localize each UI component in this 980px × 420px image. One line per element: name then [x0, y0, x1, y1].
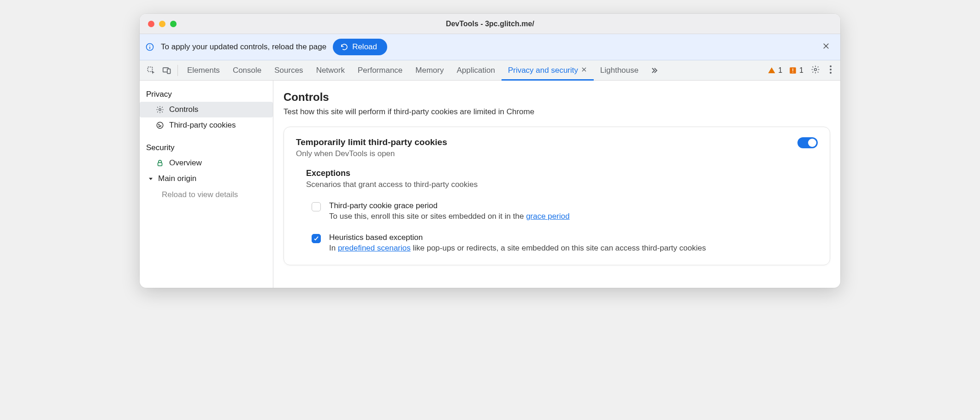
card-title: Temporarily limit third-party cookies	[296, 137, 788, 147]
sidebar-item-controls[interactable]: Controls	[140, 102, 273, 117]
grace-period-link[interactable]: grace period	[526, 212, 570, 221]
sidebar-item-overview[interactable]: Overview	[140, 155, 273, 171]
tab-network[interactable]: Network	[310, 60, 351, 81]
sidebar-reload-detail: Reload to view details	[140, 187, 273, 203]
exceptions-section: Exceptions Scenarios that grant access t…	[296, 158, 818, 253]
exception-title: Heuristics based exception	[329, 233, 706, 242]
sidebar-item-third-party-cookies[interactable]: Third-party cookies	[140, 117, 273, 133]
page-title: Controls	[283, 91, 830, 104]
reload-banner: To apply your updated controls, reload t…	[140, 34, 840, 60]
page-subtitle: Test how this site will perform if third…	[283, 107, 830, 117]
reload-icon	[340, 43, 348, 51]
more-options-button[interactable]	[825, 65, 837, 76]
sidebar-item-label: Third-party cookies	[169, 121, 236, 130]
warning-count: 1	[778, 66, 782, 75]
panel-body: Privacy Controls Third-party cookies Sec…	[140, 81, 840, 288]
banner-close-button[interactable]	[819, 39, 833, 55]
grace-period-checkbox[interactable]	[312, 202, 321, 211]
svg-point-19	[159, 124, 159, 125]
info-icon	[145, 42, 154, 52]
reload-button[interactable]: Reload	[333, 39, 387, 55]
exception-row-grace-period: Third-party cookie grace period To use t…	[306, 198, 818, 229]
tab-close-button[interactable]	[581, 66, 587, 75]
inspect-element-icon[interactable]	[143, 60, 159, 81]
predefined-scenarios-link[interactable]: predefined scenarios	[338, 244, 411, 252]
gear-icon	[155, 105, 165, 114]
svg-point-20	[160, 126, 161, 127]
settings-button[interactable]	[806, 65, 825, 76]
lock-icon	[155, 158, 165, 168]
sidebar-item-main-origin[interactable]: Main origin	[140, 171, 273, 187]
exception-desc: To use this, enroll this site or sites e…	[329, 212, 570, 221]
svg-rect-12	[792, 72, 793, 73]
svg-point-21	[159, 126, 160, 127]
cookie-icon	[155, 121, 165, 130]
minimize-window-button[interactable]	[159, 21, 165, 27]
issues-button[interactable]: 1	[789, 66, 803, 75]
exception-desc: In predefined scenarios like pop-ups or …	[329, 244, 706, 253]
heuristics-checkbox[interactable]	[312, 234, 321, 243]
traffic-lights	[140, 21, 177, 27]
warnings-button[interactable]: 1	[767, 66, 782, 75]
sidebar-heading-security: Security	[140, 140, 273, 155]
tab-console[interactable]: Console	[226, 60, 268, 81]
exception-desc-text: To use this, enroll this site or sites e…	[329, 212, 526, 221]
tab-label: Privacy and security	[508, 66, 578, 75]
close-icon	[822, 42, 830, 50]
tab-performance[interactable]: Performance	[351, 60, 409, 81]
tab-sources[interactable]: Sources	[268, 60, 309, 81]
svg-rect-7	[167, 69, 171, 73]
tab-lighthouse[interactable]: Lighthouse	[594, 60, 645, 81]
sidebar-item-label: Overview	[169, 158, 202, 168]
issue-count: 1	[799, 66, 803, 75]
triangle-down-icon	[146, 174, 155, 183]
card-header: Temporarily limit third-party cookies On…	[296, 137, 818, 158]
exception-desc-text: In	[329, 244, 338, 252]
limit-cookies-card: Temporarily limit third-party cookies On…	[283, 127, 830, 265]
exception-title: Third-party cookie grace period	[329, 201, 570, 210]
svg-rect-22	[158, 163, 162, 166]
sidebar-item-label: Main origin	[158, 174, 196, 183]
reload-button-label: Reload	[352, 42, 377, 52]
window-title: DevTools - 3pc.glitch.me/	[140, 20, 840, 28]
more-tabs-button[interactable]	[645, 66, 663, 75]
tab-application[interactable]: Application	[450, 60, 502, 81]
exception-desc-text: like pop-ups or redirects, a site embedd…	[411, 244, 706, 252]
svg-point-2	[149, 45, 150, 46]
toolbar-divider	[177, 65, 178, 76]
devtools-window: DevTools - 3pc.glitch.me/ To apply your …	[140, 14, 840, 288]
exceptions-subtitle: Scenarios that grant access to third-par…	[306, 180, 818, 189]
limit-cookies-toggle[interactable]	[797, 137, 818, 148]
tab-memory[interactable]: Memory	[409, 60, 450, 81]
titlebar: DevTools - 3pc.glitch.me/	[140, 14, 840, 34]
svg-point-15	[830, 69, 832, 70]
exception-row-heuristics: Heuristics based exception In predefined…	[306, 229, 818, 253]
status-group: 1 1	[767, 66, 806, 75]
warning-icon	[767, 66, 776, 75]
svg-point-13	[815, 68, 817, 70]
sidebar-item-label: Controls	[169, 105, 198, 114]
toolbar: Elements Console Sources Network Perform…	[140, 60, 840, 81]
sidebar-heading-privacy: Privacy	[140, 86, 273, 102]
maximize-window-button[interactable]	[170, 21, 177, 27]
svg-point-17	[159, 109, 161, 111]
close-window-button[interactable]	[148, 21, 154, 27]
panel-tabs: Elements Console Sources Network Perform…	[181, 60, 645, 81]
kebab-icon	[829, 65, 832, 74]
svg-rect-11	[792, 68, 793, 71]
chevron-double-right-icon	[649, 66, 659, 75]
banner-text: To apply your updated controls, reload t…	[161, 42, 326, 52]
tab-privacy-security[interactable]: Privacy and security	[502, 60, 594, 81]
svg-point-18	[157, 122, 163, 128]
device-toolbar-icon[interactable]	[159, 60, 175, 81]
exceptions-title: Exceptions	[306, 169, 818, 178]
svg-point-14	[830, 65, 832, 67]
main-panel: Controls Test how this site will perform…	[273, 81, 840, 288]
card-subtitle: Only when DevTools is open	[296, 149, 788, 158]
tab-elements[interactable]: Elements	[181, 60, 226, 81]
gear-icon	[811, 65, 820, 74]
issue-icon	[789, 66, 797, 75]
svg-point-16	[830, 72, 832, 74]
check-icon	[313, 235, 319, 242]
sidebar: Privacy Controls Third-party cookies Sec…	[140, 81, 273, 288]
